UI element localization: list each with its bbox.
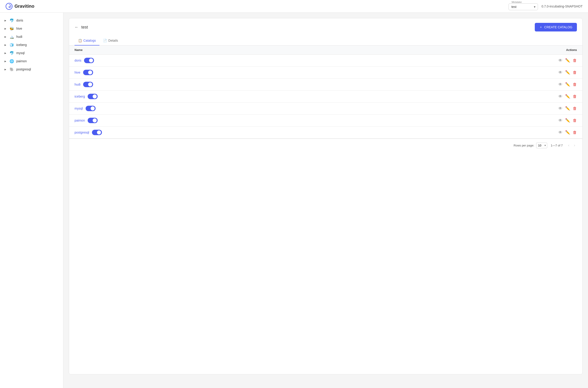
row-actions-iceberg: 👁 ✏️ 🗑 xyxy=(558,94,577,99)
tab-catalogs[interactable]: 📋 Catalogs xyxy=(75,36,100,46)
edit-icon-hive[interactable]: ✏️ xyxy=(565,70,570,75)
content-card: ← test ＋ CREATE CATALOG 📋 Catalogs 📄 Det… xyxy=(69,18,583,374)
table-row: postgresql 👁 ✏️ 🗑 xyxy=(69,126,582,139)
page-navigation: ‹ › xyxy=(566,142,577,148)
delete-icon-hive[interactable]: 🗑 xyxy=(573,70,577,75)
catalog-icon-hive: 🐝 xyxy=(9,26,14,31)
delete-icon-iceberg[interactable]: 🗑 xyxy=(573,94,577,99)
toggle-slider-mysql xyxy=(86,106,96,111)
sidebar-item-postgresql[interactable]: ▶ 🐘 postgresql xyxy=(0,65,63,73)
sidebar: ▶ 🐬 doris ▶ 🐝 hive ▶ 🏔️ hudi ▶ 🧊 iceberg… xyxy=(0,13,63,388)
sidebar-item-label-hudi: hudi xyxy=(16,35,22,39)
sidebar-item-doris[interactable]: ▶ 🐬 doris xyxy=(0,16,63,24)
sidebar-item-label-hive: hive xyxy=(16,27,22,30)
rows-per-page-select[interactable]: 10 25 50 xyxy=(536,143,547,148)
catalog-name-hive: hive xyxy=(75,71,80,74)
chevron-icon: ▶ xyxy=(4,36,7,38)
delete-icon-postgresql[interactable]: 🗑 xyxy=(573,130,577,135)
toggle-slider-postgresql xyxy=(92,130,102,135)
view-icon-iceberg[interactable]: 👁 xyxy=(558,94,562,99)
top-bar: ← test ＋ CREATE CATALOG xyxy=(69,18,582,36)
sidebar-item-label-paimon: paimon xyxy=(16,59,27,63)
toggle-postgresql[interactable] xyxy=(92,130,102,135)
rows-per-page-control: Rows per page: 10 25 50 xyxy=(514,143,547,148)
row-actions-mysql: 👁 ✏️ 🗑 xyxy=(558,106,577,111)
view-icon-doris[interactable]: 👁 xyxy=(558,58,562,63)
toggle-doris[interactable] xyxy=(84,58,94,63)
main-content: ← test ＋ CREATE CATALOG 📋 Catalogs 📄 Det… xyxy=(63,13,588,388)
rows-select-wrapper[interactable]: 10 25 50 xyxy=(536,143,547,148)
toggle-slider-paimon xyxy=(88,118,98,123)
metalake-value: test xyxy=(511,5,517,9)
metalake-selector-wrapper: Metalake test xyxy=(509,2,538,10)
row-name-paimon[interactable]: paimon xyxy=(75,118,98,123)
catalog-name-doris: doris xyxy=(75,59,81,62)
view-icon-postgresql[interactable]: 👁 xyxy=(558,130,562,135)
catalog-name-iceberg: iceberg xyxy=(75,95,85,98)
chevron-icon: ▶ xyxy=(4,44,7,46)
col-actions-header: Actions xyxy=(566,48,577,52)
delete-icon-paimon[interactable]: 🗑 xyxy=(573,118,577,123)
sidebar-item-hive[interactable]: ▶ 🐝 hive xyxy=(0,24,63,33)
delete-icon-hudi[interactable]: 🗑 xyxy=(573,82,577,87)
row-name-postgresql[interactable]: postgresql xyxy=(75,130,102,135)
catalog-icon-paimon: 🌐 xyxy=(9,59,14,63)
next-page-button[interactable]: › xyxy=(572,142,577,148)
row-name-mysql[interactable]: mysql xyxy=(75,106,96,111)
edit-icon-hudi[interactable]: ✏️ xyxy=(565,82,570,87)
toggle-slider-iceberg xyxy=(88,94,98,99)
sidebar-item-mysql[interactable]: ▶ 🐬 mysql xyxy=(0,49,63,57)
edit-icon-paimon[interactable]: ✏️ xyxy=(565,118,570,123)
create-catalog-label: CREATE CATALOG xyxy=(544,25,572,29)
catalog-icon-iceberg: 🧊 xyxy=(9,43,14,47)
catalog-icon-postgresql: 🐘 xyxy=(9,67,14,72)
catalog-name-postgresql: postgresql xyxy=(75,131,89,134)
sidebar-item-hudi[interactable]: ▶ 🏔️ hudi xyxy=(0,33,63,41)
view-icon-hudi[interactable]: 👁 xyxy=(558,82,562,87)
row-name-hudi[interactable]: hudi xyxy=(75,82,93,87)
delete-icon-mysql[interactable]: 🗑 xyxy=(573,106,577,111)
details-tab-label: Details xyxy=(108,39,118,42)
toggle-iceberg[interactable] xyxy=(88,94,98,99)
row-name-doris[interactable]: doris xyxy=(75,58,94,63)
back-button[interactable]: ← xyxy=(75,25,78,30)
toggle-hive[interactable] xyxy=(83,70,93,75)
edit-icon-mysql[interactable]: ✏️ xyxy=(565,106,570,111)
create-catalog-button[interactable]: ＋ CREATE CATALOG xyxy=(535,23,577,31)
view-icon-hive[interactable]: 👁 xyxy=(558,70,562,75)
toggle-mysql[interactable] xyxy=(86,106,96,111)
sidebar-item-paimon[interactable]: ▶ 🌐 paimon xyxy=(0,57,63,65)
catalogs-tab-icon: 📋 xyxy=(78,39,82,42)
table-row: hudi 👁 ✏️ 🗑 xyxy=(69,78,582,91)
row-actions-hudi: 👁 ✏️ 🗑 xyxy=(558,82,577,87)
toggle-paimon[interactable] xyxy=(88,118,98,123)
edit-icon-iceberg[interactable]: ✏️ xyxy=(565,94,570,99)
row-name-iceberg[interactable]: iceberg xyxy=(75,94,98,99)
col-name-header: Name xyxy=(75,48,82,52)
delete-icon-doris[interactable]: 🗑 xyxy=(573,58,577,63)
toggle-slider-hudi xyxy=(83,82,93,87)
toggle-hudi[interactable] xyxy=(83,82,93,87)
app-logo: Gravitino xyxy=(5,3,34,10)
details-tab-icon: 📄 xyxy=(103,39,107,42)
view-icon-paimon[interactable]: 👁 xyxy=(558,118,562,123)
table-header: Name Actions xyxy=(69,46,582,54)
pagination: Rows per page: 10 25 50 1—7 of 7 ‹ › xyxy=(69,139,582,152)
row-actions-postgresql: 👁 ✏️ 🗑 xyxy=(558,130,577,135)
prev-page-button[interactable]: ‹ xyxy=(566,142,571,148)
view-icon-mysql[interactable]: 👁 xyxy=(558,106,562,111)
edit-icon-doris[interactable]: ✏️ xyxy=(565,58,570,63)
row-actions-doris: 👁 ✏️ 🗑 xyxy=(558,58,577,63)
catalog-icon-mysql: 🐬 xyxy=(9,51,14,55)
page-title: test xyxy=(81,25,88,30)
edit-icon-postgresql[interactable]: ✏️ xyxy=(565,130,570,135)
sidebar-item-label-postgresql: postgresql xyxy=(16,68,31,71)
chevron-icon: ▶ xyxy=(4,68,7,71)
tab-details[interactable]: 📄 Details xyxy=(100,36,122,46)
metalake-label: Metalake xyxy=(511,1,523,3)
row-name-hive[interactable]: hive xyxy=(75,70,93,75)
metalake-select[interactable]: test xyxy=(509,3,538,10)
sidebar-item-iceberg[interactable]: ▶ 🧊 iceberg xyxy=(0,41,63,49)
page-range-text: 1—7 of 7 xyxy=(551,144,563,147)
version-text: 0.7.0-incubating-SNAPSHOT xyxy=(541,4,583,8)
